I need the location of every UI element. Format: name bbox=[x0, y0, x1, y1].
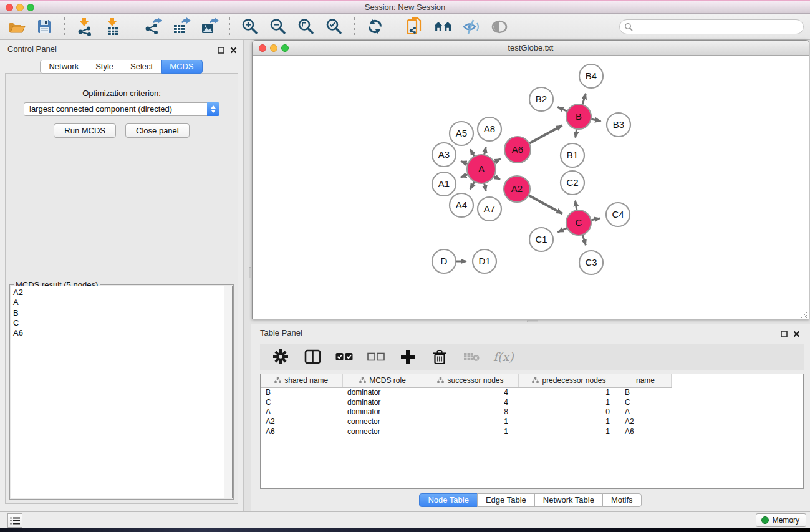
minimize-window-button[interactable] bbox=[16, 4, 24, 11]
zoom-selected-icon[interactable] bbox=[324, 17, 344, 37]
task-history-button[interactable] bbox=[7, 513, 22, 528]
edge-B-B3[interactable] bbox=[591, 119, 601, 121]
edge-C-C2[interactable] bbox=[576, 201, 577, 211]
run-mcds-button[interactable]: Run MCDS bbox=[54, 123, 116, 138]
network-graph[interactable]: B4B2BB3B1A5A8A6A3AA1A2C2A4A7C4CC1C3DD1 bbox=[253, 56, 809, 319]
node-A[interactable]: A bbox=[467, 155, 496, 183]
gear-icon[interactable] bbox=[271, 347, 291, 367]
float-panel-icon[interactable] bbox=[781, 329, 788, 340]
export-image-icon[interactable] bbox=[200, 17, 219, 37]
close-panel-icon[interactable] bbox=[793, 329, 800, 340]
node-B3[interactable]: B3 bbox=[607, 113, 630, 137]
edge-A-A8[interactable] bbox=[484, 147, 486, 155]
edge-C-C4[interactable] bbox=[591, 218, 600, 220]
network-from-file-icon[interactable] bbox=[405, 17, 425, 37]
columns-icon[interactable] bbox=[302, 347, 322, 367]
home-neighbors-icon[interactable] bbox=[433, 17, 453, 37]
table-row[interactable]: Bdominator41B bbox=[261, 387, 672, 397]
tab-mcds[interactable]: MCDS bbox=[161, 60, 202, 74]
table-row[interactable]: A6connector11A6 bbox=[261, 427, 672, 437]
close-panel-button[interactable]: Close panel bbox=[125, 123, 190, 138]
delete-table-icon[interactable] bbox=[461, 347, 481, 367]
mcds-result-item[interactable]: B bbox=[13, 308, 232, 318]
scrollbar-track[interactable] bbox=[224, 286, 232, 498]
splitter-handle[interactable] bbox=[527, 320, 538, 322]
select-all-icon[interactable] bbox=[334, 347, 354, 367]
save-session-icon[interactable] bbox=[34, 17, 54, 37]
close-window-button[interactable] bbox=[6, 4, 13, 11]
edge-A2-C[interactable] bbox=[528, 195, 562, 214]
import-table-icon[interactable] bbox=[103, 17, 123, 37]
network-canvas[interactable]: B4B2BB3B1A5A8A6A3AA1A2C2A4A7C4CC1C3DD1 bbox=[253, 56, 809, 319]
tab-edge-table[interactable]: Edge Table bbox=[477, 493, 535, 507]
edge-C-C1[interactable] bbox=[557, 228, 567, 232]
export-network-icon[interactable] bbox=[143, 17, 163, 37]
zoom-view-button[interactable] bbox=[281, 44, 289, 52]
search-input[interactable] bbox=[619, 19, 804, 34]
node-A7[interactable]: A7 bbox=[478, 197, 501, 221]
minimize-view-button[interactable] bbox=[270, 44, 277, 52]
mcds-result-item[interactable]: A bbox=[13, 297, 232, 307]
splitter-handle[interactable] bbox=[249, 267, 251, 278]
network-window-titlebar[interactable]: testGlobe.txt bbox=[253, 41, 809, 56]
table-row[interactable]: Adominator80A bbox=[261, 407, 672, 417]
column-header-name[interactable]: name bbox=[620, 374, 671, 387]
function-builder-icon[interactable]: f(x) bbox=[493, 350, 514, 364]
mcds-result-item[interactable]: A6 bbox=[13, 328, 232, 338]
close-view-button[interactable] bbox=[259, 44, 266, 52]
edge-B-B2[interactable] bbox=[557, 107, 568, 112]
tab-node-table[interactable]: Node Table bbox=[419, 493, 478, 507]
node-D1[interactable]: D1 bbox=[473, 249, 496, 273]
show-graphics-icon[interactable] bbox=[489, 17, 509, 37]
float-panel-icon[interactable] bbox=[218, 45, 224, 56]
zoom-out-icon[interactable] bbox=[268, 17, 288, 37]
node-B[interactable]: B bbox=[566, 104, 591, 129]
column-header-shared-name[interactable]: shared name bbox=[261, 374, 342, 387]
edge-C-C3[interactable] bbox=[582, 234, 586, 245]
mcds-result-item[interactable]: A2 bbox=[13, 288, 232, 297]
edge-A-A5[interactable] bbox=[470, 149, 475, 157]
tab-network[interactable]: Network bbox=[40, 60, 87, 74]
table-row[interactable]: Cdominator41C bbox=[261, 397, 672, 407]
tab-motifs[interactable]: Motifs bbox=[602, 493, 642, 507]
node-C4[interactable]: C4 bbox=[606, 203, 630, 226]
node-C[interactable]: C bbox=[566, 210, 591, 235]
edge-B-B4[interactable] bbox=[582, 94, 586, 105]
refresh-icon[interactable] bbox=[365, 17, 385, 37]
node-A8[interactable]: A8 bbox=[478, 117, 501, 141]
optimization-criterion-select[interactable]: largest connected component (directed) bbox=[24, 102, 219, 116]
tab-select[interactable]: Select bbox=[122, 60, 162, 74]
node-D[interactable]: D bbox=[432, 249, 456, 273]
node-A4[interactable]: A4 bbox=[450, 193, 473, 217]
column-header-MCDS-role[interactable]: MCDS role bbox=[342, 374, 423, 387]
mcds-result-list[interactable]: A2ABCA6 bbox=[11, 286, 233, 498]
zoom-window-button[interactable] bbox=[27, 4, 34, 11]
add-column-icon[interactable] bbox=[398, 347, 418, 367]
column-header-predecessor-nodes[interactable]: predecessor nodes bbox=[518, 374, 620, 387]
column-header-successor-nodes[interactable]: successor nodes bbox=[423, 374, 518, 387]
hide-graphics-icon[interactable] bbox=[461, 17, 481, 37]
node-A3[interactable]: A3 bbox=[432, 143, 456, 167]
close-panel-icon[interactable] bbox=[230, 45, 237, 56]
node-A5[interactable]: A5 bbox=[450, 122, 473, 145]
node-B1[interactable]: B1 bbox=[561, 143, 584, 167]
export-table-icon[interactable] bbox=[171, 17, 191, 37]
node-C3[interactable]: C3 bbox=[579, 251, 603, 274]
edge-A-A4[interactable] bbox=[470, 181, 475, 189]
memory-button[interactable]: Memory bbox=[756, 513, 806, 527]
node-A1[interactable]: A1 bbox=[432, 172, 456, 196]
zoom-in-icon[interactable] bbox=[240, 17, 260, 37]
import-network-icon[interactable] bbox=[75, 17, 95, 37]
node-C1[interactable]: C1 bbox=[529, 228, 553, 251]
mcds-result-item[interactable]: C bbox=[13, 318, 232, 328]
tab-network-table[interactable]: Network Table bbox=[534, 493, 603, 507]
edge-A6-B[interactable] bbox=[529, 125, 562, 143]
node-C2[interactable]: C2 bbox=[561, 171, 584, 195]
deselect-all-icon[interactable] bbox=[366, 347, 386, 367]
node-B4[interactable]: B4 bbox=[579, 64, 603, 88]
node-A6[interactable]: A6 bbox=[504, 137, 531, 163]
node-A2[interactable]: A2 bbox=[504, 176, 530, 202]
table-row[interactable]: A2connector11A2 bbox=[261, 417, 672, 427]
tab-style[interactable]: Style bbox=[87, 60, 122, 74]
zoom-fit-icon[interactable] bbox=[296, 17, 316, 37]
